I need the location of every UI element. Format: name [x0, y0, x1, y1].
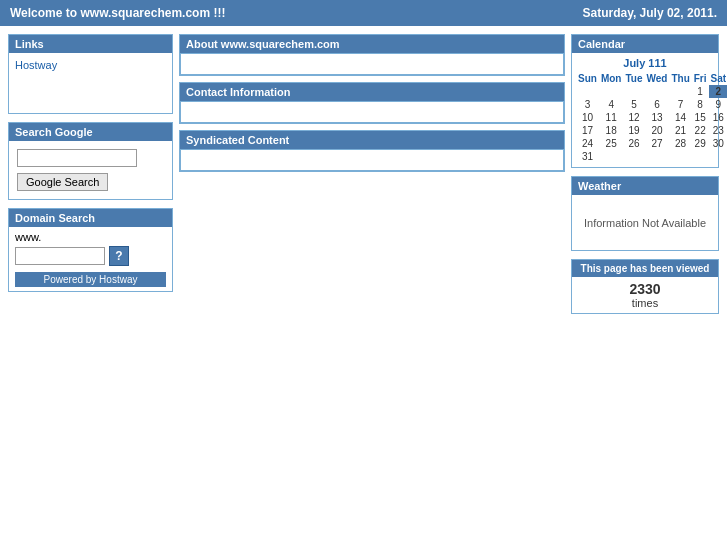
- domain-go-button[interactable]: ?: [109, 246, 129, 266]
- calendar-day: 23: [709, 124, 727, 137]
- calendar-day: 9: [709, 98, 727, 111]
- calendar-body: 1234567891011121314151617181920212223242…: [576, 85, 727, 163]
- views-panel-body: 2330 times: [572, 277, 718, 313]
- calendar-day: 28: [669, 137, 691, 150]
- calendar-day: 14: [669, 111, 691, 124]
- calendar-day: 7: [669, 98, 691, 111]
- calendar-row: 31: [576, 150, 727, 163]
- powered-by-bar: Powered by Hostway: [15, 272, 166, 287]
- middle-column: About www.squarechem.com Contact Informa…: [179, 34, 565, 172]
- calendar-day: 17: [576, 124, 599, 137]
- calendar-day: 5: [623, 98, 644, 111]
- search-google-panel: Search Google Google Search: [8, 122, 173, 200]
- search-google-body: Google Search: [9, 141, 172, 199]
- weather-panel-header: Weather: [572, 177, 718, 195]
- syndicated-header: Syndicated Content: [180, 131, 564, 149]
- calendar-day: [576, 85, 599, 98]
- domain-search-header: Domain Search: [9, 209, 172, 227]
- calendar-day: 6: [644, 98, 669, 111]
- calendar-day: 24: [576, 137, 599, 150]
- google-search-input[interactable]: [17, 149, 137, 167]
- cal-th-fri: Fri: [692, 72, 709, 85]
- calendar-day: 15: [692, 111, 709, 124]
- weather-panel-body: Information Not Available: [572, 195, 718, 250]
- cal-th-thu: Thu: [669, 72, 691, 85]
- view-label: times: [576, 297, 714, 309]
- calendar-day: 27: [644, 137, 669, 150]
- search-google-header: Search Google: [9, 123, 172, 141]
- calendar-day: 16: [709, 111, 727, 124]
- date-text: Saturday, July 02, 2011.: [582, 6, 717, 20]
- view-count: 2330: [576, 281, 714, 297]
- domain-search-body: www. ? Powered by Hostway: [9, 227, 172, 291]
- domain-input-row: ?: [15, 246, 166, 266]
- cal-th-tue: Tue: [623, 72, 644, 85]
- syndicated-section: Syndicated Content: [179, 130, 565, 172]
- welcome-text: Welcome to www.squarechem.com !!!: [10, 6, 225, 20]
- google-search-button[interactable]: Google Search: [17, 173, 108, 191]
- cal-th-wed: Wed: [644, 72, 669, 85]
- calendar-day: 25: [599, 137, 624, 150]
- about-header: About www.squarechem.com: [180, 35, 564, 53]
- powered-by-link[interactable]: Powered by Hostway: [44, 274, 138, 285]
- links-panel-body: Hostway: [9, 53, 172, 113]
- calendar-day: [669, 85, 691, 98]
- calendar-day: 31: [576, 150, 599, 163]
- calendar-month-title: July 111: [576, 57, 714, 69]
- weather-panel: Weather Information Not Available: [571, 176, 719, 251]
- calendar-day: [599, 85, 624, 98]
- calendar-table: Sun Mon Tue Wed Thu Fri Sat 123456789101…: [576, 72, 727, 163]
- calendar-day: 29: [692, 137, 709, 150]
- calendar-row: 10111213141516: [576, 111, 727, 124]
- calendar-row: 12: [576, 85, 727, 98]
- calendar-day: 19: [623, 124, 644, 137]
- left-column: Links Hostway Search Google Google Searc…: [8, 34, 173, 292]
- calendar-day: 1: [692, 85, 709, 98]
- cal-th-sun: Sun: [576, 72, 599, 85]
- links-panel-header: Links: [9, 35, 172, 53]
- calendar-day: [709, 150, 727, 163]
- about-section: About www.squarechem.com: [179, 34, 565, 76]
- syndicated-content: [180, 149, 564, 171]
- calendar-day: 20: [644, 124, 669, 137]
- right-column: Calendar July 111 Sun Mon Tue Wed Thu Fr…: [571, 34, 719, 314]
- calendar-day: 4: [599, 98, 624, 111]
- calendar-day: [623, 150, 644, 163]
- calendar-day: 21: [669, 124, 691, 137]
- www-label: www.: [15, 231, 166, 243]
- contact-section: Contact Information: [179, 82, 565, 124]
- calendar-row: 17181920212223: [576, 124, 727, 137]
- calendar-day: 18: [599, 124, 624, 137]
- calendar-day: 3: [576, 98, 599, 111]
- calendar-day: 12: [623, 111, 644, 124]
- calendar-row: 3456789: [576, 98, 727, 111]
- hostway-link[interactable]: Hostway: [15, 59, 57, 71]
- calendar-day: 11: [599, 111, 624, 124]
- calendar-day: [692, 150, 709, 163]
- calendar-day: 30: [709, 137, 727, 150]
- calendar-panel-header: Calendar: [572, 35, 718, 53]
- calendar-day: [644, 150, 669, 163]
- contact-header: Contact Information: [180, 83, 564, 101]
- calendar-day: [669, 150, 691, 163]
- domain-search-panel: Domain Search www. ? Powered by Hostway: [8, 208, 173, 292]
- calendar-day: 8: [692, 98, 709, 111]
- weather-info: Information Not Available: [584, 217, 706, 229]
- calendar-day: [599, 150, 624, 163]
- calendar-panel-body: July 111 Sun Mon Tue Wed Thu Fri Sat: [572, 53, 718, 167]
- cal-th-mon: Mon: [599, 72, 624, 85]
- calendar-day: 26: [623, 137, 644, 150]
- views-panel-header: This page has been viewed: [572, 260, 718, 277]
- page-header: Welcome to www.squarechem.com !!! Saturd…: [0, 0, 727, 26]
- links-panel: Links Hostway: [8, 34, 173, 114]
- about-content: [180, 53, 564, 75]
- calendar-day: 10: [576, 111, 599, 124]
- calendar-day: [623, 85, 644, 98]
- calendar-row: 24252627282930: [576, 137, 727, 150]
- calendar-day: [644, 85, 669, 98]
- page-views-panel: This page has been viewed 2330 times: [571, 259, 719, 314]
- domain-search-input[interactable]: [15, 247, 105, 265]
- calendar-header-row: Sun Mon Tue Wed Thu Fri Sat: [576, 72, 727, 85]
- calendar-day: 13: [644, 111, 669, 124]
- calendar-day: 2: [709, 85, 727, 98]
